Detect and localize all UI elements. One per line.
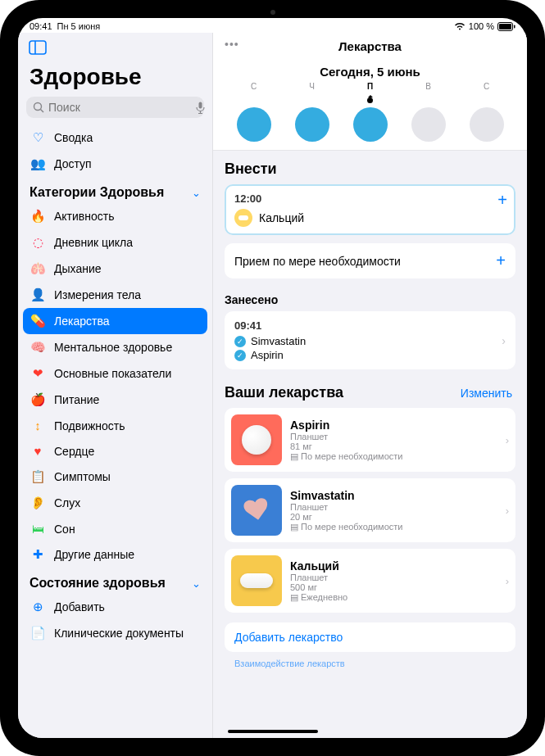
cut-off-text: Взаимодействие лекарств [213,659,527,668]
category-item-4[interactable]: 💊 Лекарства [23,308,207,334]
med-card-1[interactable]: Simvastatin Планшет 20 мг ▤ По мере необ… [225,478,515,542]
edit-button[interactable]: Изменить [461,387,512,400]
your-meds-header: Ваши лекарства [225,384,343,401]
category-item-5[interactable]: 🧠 Ментальное здоровье [18,334,212,360]
status-time: 09:41 [30,21,52,31]
category-item-5-label: Ментальное здоровье [54,341,201,354]
category-item-7-label: Питание [54,393,201,406]
category-item-1-label: Дневник цикла [54,236,201,249]
date-label: Сегодня, 5 июнь [225,65,515,79]
pill-icon [234,209,252,227]
category-item-11[interactable]: 👂 Слух [18,490,212,516]
category-item-3[interactable]: 👤 Измерения тела [18,282,212,308]
sidebar-item-0-icon: ♡ [30,130,46,145]
category-item-12-icon: 🛏 [30,522,46,536]
category-item-3-icon: 👤 [30,287,46,302]
med-schedule: ▤ Ежедневно [290,592,497,603]
scheduled-card[interactable]: 12:00 + Кальций [225,184,515,235]
scheduled-med: Кальций [259,211,304,224]
week-day-2[interactable]: П [341,82,399,142]
add-medication-button[interactable]: Добавить лекарство [225,622,515,652]
category-item-6[interactable]: ❤ Основные показатели [18,360,212,387]
search-icon [33,102,44,113]
week-day-4[interactable]: С [457,82,515,142]
category-item-9[interactable]: ♥ Сердце [18,438,212,464]
category-item-13-icon: ✚ [30,547,46,562]
category-item-0[interactable]: 🔥 Активность [18,203,212,229]
sidebar-item-0[interactable]: ♡ Сводка [18,124,212,151]
prn-label: Прием по мере необходимости [234,255,401,268]
week-day-0[interactable]: С [225,82,283,142]
category-item-6-icon: ❤ [30,366,46,381]
week-day-3[interactable]: В [399,82,457,142]
health-item-1[interactable]: 📄 Клинические документы [18,620,212,646]
med-name: Кальций [290,559,497,573]
chevron-right-icon: › [506,575,509,587]
svg-rect-7 [199,102,202,108]
sidebar-item-0-label: Сводка [54,131,201,144]
category-item-1[interactable]: ◌ Дневник цикла [18,229,212,256]
category-item-2-icon: 🫁 [30,261,46,276]
week-row: С Ч П В С [225,82,515,142]
med-card-2[interactable]: Кальций Планшет 500 мг ▤ Ежедневно › [225,549,515,613]
category-item-0-icon: 🔥 [30,209,46,224]
day-dot [237,107,271,142]
category-item-2[interactable]: 🫁 Дыхание [18,256,212,282]
add-button[interactable]: + [497,191,507,210]
med-image [231,485,282,536]
category-item-3-label: Измерения тела [54,288,201,301]
category-item-8-label: Подвижность [54,419,201,432]
category-item-12[interactable]: 🛏 Сон [18,516,212,541]
med-dose: 20 мг [290,512,497,522]
med-form: Планшет [290,573,497,582]
home-indicator[interactable] [228,730,318,733]
category-item-10[interactable]: 📋 Симптомы [18,464,212,490]
calendar-icon: ▤ [290,451,298,462]
category-item-0-label: Активность [54,210,201,223]
svg-rect-1 [499,24,511,29]
app-title: Здоровье [18,57,212,95]
add-button[interactable]: + [496,251,506,270]
category-item-8-icon: ↕ [30,419,46,432]
category-item-7[interactable]: 🍎 Питание [18,387,212,413]
search-field[interactable] [48,101,192,114]
category-item-11-label: Слух [54,496,201,509]
day-dot [470,107,504,142]
category-item-5-icon: 🧠 [30,340,46,355]
med-card-0[interactable]: Aspirin Планшет 81 мг ▤ По мере необходи… [225,408,515,472]
svg-point-5 [34,103,42,111]
med-name: Simvastatin [290,489,497,502]
check-icon: ✓ [234,336,246,347]
today-marker [366,96,375,105]
categories-header[interactable]: Категории Здоровья ⌄ [18,177,212,203]
log-header: Внести [225,161,515,178]
med-image [231,555,282,606]
prn-card[interactable]: Прием по мере необходимости + [225,243,515,278]
category-item-10-label: Симптомы [54,470,201,483]
day-dot [411,107,446,142]
health-item-0[interactable]: ⊕ Добавить [18,594,212,620]
battery-icon [497,22,515,31]
mic-icon[interactable] [196,102,205,114]
health-item-1-icon: 📄 [30,626,46,641]
category-item-9-label: Сердце [54,445,201,458]
category-item-6-label: Основные показатели [54,367,201,380]
svg-rect-3 [30,41,46,54]
sidebar-toggle-button[interactable] [26,38,49,57]
status-bar: 09:41 Пн 5 июня 100 % [18,18,527,33]
battery-percent: 100 % [469,21,494,31]
chevron-right-icon: › [506,434,509,446]
logged-card[interactable]: 09:41 ✓Simvastatin✓Aspirin › [225,311,515,369]
category-item-4-icon: 💊 [30,314,46,328]
chevron-down-icon: ⌄ [192,577,201,590]
svg-rect-2 [514,25,515,28]
chevron-right-icon: › [502,334,506,347]
health-status-header[interactable]: Состояние здоровья ⌄ [18,568,212,594]
sidebar-item-1[interactable]: 👥 Доступ [18,151,212,177]
category-item-12-label: Сон [54,523,201,536]
category-item-13[interactable]: ✚ Другие данные [18,541,212,568]
search-input[interactable] [26,97,204,118]
med-schedule: ▤ По мере необходимости [290,522,497,532]
week-day-1[interactable]: Ч [283,82,341,142]
category-item-8[interactable]: ↕ Подвижность [18,413,212,438]
